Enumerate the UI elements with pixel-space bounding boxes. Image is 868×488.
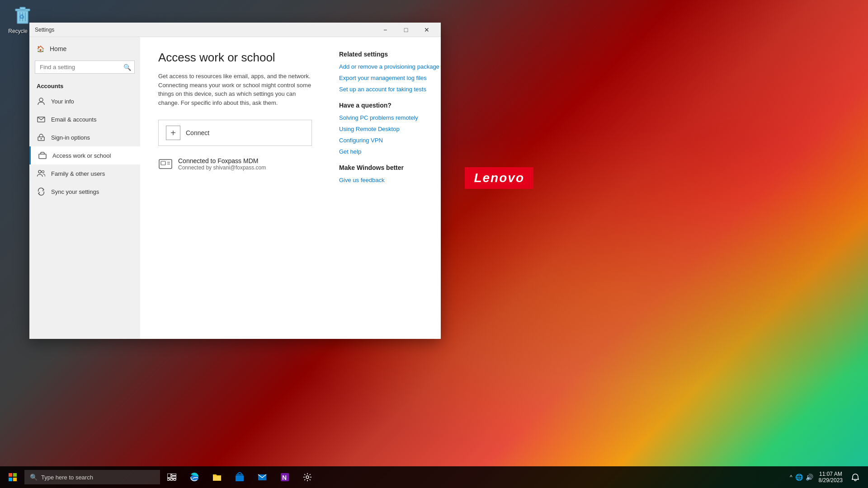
sidebar-sign-in-label: Sign-in options [51, 134, 90, 141]
connected-by: Connected by shivani@foxpass.com [178, 164, 266, 171]
sidebar-home-button[interactable]: 🏠 Home [29, 41, 140, 57]
window-body: 🏠 Home 🔍 Accounts Your info [29, 37, 441, 339]
sidebar-home-label: Home [50, 45, 66, 52]
svg-rect-24 [172, 476, 176, 478]
sidebar-item-email-accounts[interactable]: Email & accounts [29, 110, 140, 128]
provisioning-package-link[interactable]: Add or remove a provisioning package [339, 63, 441, 70]
taskbar-time: 11:07 AM [819, 471, 842, 477]
page-description: Get access to resources like email, apps… [158, 72, 312, 107]
volume-icon: 🔊 [806, 474, 813, 481]
sidebar-item-your-info[interactable]: Your info [29, 92, 140, 110]
management-log-link[interactable]: Export your management log files [339, 75, 441, 81]
sidebar-section-title: Accounts [29, 77, 140, 92]
window-titlebar: Settings − □ ✕ [29, 23, 441, 37]
settings-window: Settings − □ ✕ 🏠 Home 🔍 Accounts [29, 23, 441, 339]
svg-rect-19 [13, 473, 17, 477]
svg-rect-21 [13, 478, 17, 481]
sidebar-your-info-label: Your info [51, 98, 74, 105]
taskbar-clock[interactable]: 11:07 AM 8/29/2023 [815, 471, 846, 483]
connected-item: Connected to Foxpass MDM Connected by sh… [158, 153, 312, 175]
related-settings-title: Related settings [339, 51, 441, 58]
account-tests-link[interactable]: Set up an account for taking tests [339, 86, 441, 93]
window-controls: − □ ✕ [375, 23, 437, 37]
svg-rect-25 [167, 479, 170, 480]
svg-point-7 [39, 98, 43, 102]
taskbar-date: 8/29/2023 [819, 477, 843, 483]
show-hidden-icons-button[interactable]: ^ [790, 474, 793, 480]
svg-rect-29 [236, 476, 244, 481]
connected-info: Connected to Foxpass MDM Connected by sh… [178, 157, 266, 171]
sidebar-item-sync-settings[interactable]: Sync your settings [29, 183, 140, 201]
svg-rect-15 [161, 161, 165, 165]
taskbar-search[interactable]: 🔍 Type here to search [24, 470, 160, 484]
page-title: Access work or school [158, 51, 312, 65]
mail-taskbar-button[interactable] [251, 466, 273, 488]
maximize-button[interactable]: □ [396, 23, 416, 37]
task-view-button[interactable] [161, 466, 183, 488]
your-info-icon [37, 97, 46, 106]
sidebar-item-access-work[interactable]: Access work or school [29, 146, 140, 164]
svg-rect-11 [39, 154, 46, 159]
edge-taskbar-button[interactable] [184, 466, 205, 488]
sidebar-access-work-label: Access work or school [52, 152, 111, 159]
svg-rect-22 [167, 474, 171, 478]
start-button[interactable] [2, 466, 24, 488]
svg-rect-20 [9, 478, 12, 481]
minimize-button[interactable]: − [375, 23, 396, 37]
sync-settings-icon [37, 187, 46, 196]
notification-button[interactable] [848, 466, 863, 488]
search-icon: 🔍 [123, 64, 131, 71]
right-panel: Related settings Add or remove a provisi… [330, 37, 441, 339]
svg-rect-26 [170, 479, 173, 480]
main-with-right: Access work or school Get access to reso… [140, 37, 441, 339]
main-content: Access work or school Get access to reso… [140, 37, 330, 339]
access-work-icon [38, 151, 47, 160]
svg-text:N: N [282, 474, 287, 481]
taskbar: 🔍 Type here to search [0, 466, 868, 488]
sidebar-family-users-label: Family & other users [51, 170, 105, 177]
taskbar-left: 🔍 Type here to search [2, 466, 790, 488]
make-better-title: Make Windows better [339, 164, 441, 171]
taskbar-search-icon: 🔍 [30, 474, 38, 481]
file-explorer-taskbar-button[interactable] [206, 466, 228, 488]
window-title: Settings [35, 27, 54, 33]
have-question-title: Have a question? [339, 102, 441, 109]
svg-text:♻: ♻ [19, 13, 25, 20]
onenote-taskbar-button[interactable]: N [274, 466, 296, 488]
connect-plus-icon: + [166, 126, 180, 140]
system-tray: ^ 🌐 🔊 [790, 474, 813, 481]
desktop: ♻ Recycle Bin Lenovo Settings − □ ✕ 🏠 Ho… [0, 0, 868, 488]
vpn-link[interactable]: Configuring VPN [339, 137, 441, 144]
taskbar-search-text: Type here to search [41, 474, 93, 481]
email-accounts-icon [37, 115, 46, 124]
close-button[interactable]: ✕ [416, 23, 437, 37]
network-icon: 🌐 [795, 474, 803, 481]
settings-taskbar-button[interactable] [297, 466, 318, 488]
get-help-link[interactable]: Get help [339, 148, 441, 155]
sidebar-item-sign-in[interactable]: Sign-in options [29, 128, 140, 146]
sidebar-email-accounts-label: Email & accounts [51, 116, 96, 123]
connect-button[interactable]: + Connect [158, 120, 312, 146]
svg-point-12 [38, 170, 41, 173]
settings-search-input[interactable] [35, 61, 135, 74]
svg-rect-27 [174, 479, 176, 480]
sidebar: 🏠 Home 🔍 Accounts Your info [29, 37, 140, 339]
sidebar-item-family-users[interactable]: Family & other users [29, 164, 140, 183]
sign-in-icon [37, 133, 46, 142]
taskbar-right: ^ 🌐 🔊 11:07 AM 8/29/2023 [790, 466, 866, 488]
search-box-container: 🔍 [35, 61, 135, 74]
svg-rect-23 [172, 474, 176, 475]
remote-desktop-link[interactable]: Using Remote Desktop [339, 126, 441, 132]
svg-point-33 [306, 476, 309, 479]
svg-rect-2 [20, 7, 25, 9]
store-taskbar-button[interactable] [229, 466, 250, 488]
svg-point-13 [42, 171, 44, 173]
home-icon: 🏠 [37, 45, 44, 52]
mdm-icon [158, 157, 173, 171]
give-feedback-link[interactable]: Give us feedback [339, 177, 441, 183]
family-users-icon [37, 169, 46, 178]
solving-pc-link[interactable]: Solving PC problems remotely [339, 114, 441, 121]
connected-name: Connected to Foxpass MDM [178, 157, 266, 164]
sidebar-sync-label: Sync your settings [51, 188, 99, 195]
lenovo-logo: Lenovo [465, 167, 533, 189]
